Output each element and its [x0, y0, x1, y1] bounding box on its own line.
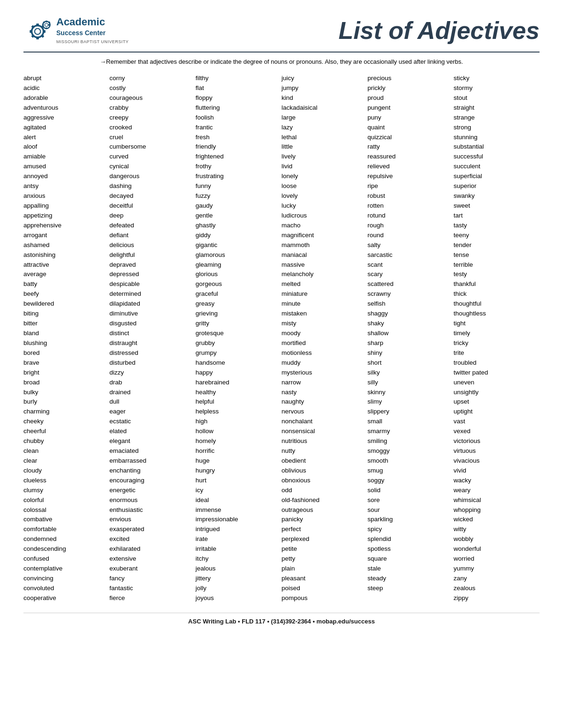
word-item: aloof: [23, 142, 106, 152]
word-item: arrogant: [23, 231, 106, 240]
word-item: depraved: [109, 260, 191, 270]
word-item: abrupt: [23, 74, 106, 83]
word-item: quaint: [367, 123, 449, 133]
word-item: astonishing: [23, 250, 106, 260]
svg-point-1: [35, 29, 41, 35]
word-item: alert: [23, 133, 106, 143]
word-item: high: [196, 417, 278, 427]
word-item: scary: [367, 270, 449, 279]
word-item: homely: [196, 436, 278, 446]
word-item: shaggy: [367, 309, 449, 319]
word-item: terrible: [454, 260, 536, 270]
word-item: lazy: [282, 123, 364, 133]
word-item: miniature: [282, 289, 364, 299]
word-item: perfect: [282, 525, 364, 534]
word-item: mistaken: [282, 309, 364, 319]
svg-point-11: [45, 23, 48, 27]
word-item: precious: [367, 74, 449, 83]
word-item: large: [282, 113, 364, 123]
word-item: deceitful: [109, 201, 191, 211]
word-item: dull: [109, 397, 191, 407]
header-divider: [23, 52, 540, 53]
word-item: macho: [282, 221, 364, 231]
word-item: clumsy: [23, 486, 106, 495]
word-item: flat: [196, 83, 278, 93]
word-item: courageous: [109, 93, 191, 103]
word-item: ashamed: [23, 240, 106, 250]
word-item: fantastic: [109, 584, 191, 593]
word-item: ideal: [196, 495, 278, 505]
word-item: robust: [367, 191, 449, 201]
word-item: silly: [367, 378, 449, 388]
word-item: fluttering: [196, 103, 278, 113]
word-item: superior: [454, 181, 536, 191]
word-item: clueless: [23, 476, 106, 486]
word-item: weary: [454, 486, 536, 495]
word-item: obnoxious: [282, 476, 364, 486]
word-item: minute: [282, 299, 364, 309]
logo-icon: [23, 14, 56, 47]
word-item: tense: [454, 250, 536, 260]
word-item: soggy: [367, 476, 449, 486]
word-item: lively: [282, 152, 364, 162]
word-item: lovely: [282, 191, 364, 201]
word-item: uneven: [454, 378, 536, 388]
word-item: livid: [282, 162, 364, 172]
word-item: corny: [109, 74, 191, 83]
word-item: worried: [454, 554, 536, 564]
word-item: encouraging: [109, 476, 191, 486]
word-item: sweet: [454, 201, 536, 211]
word-item: elated: [109, 427, 191, 436]
word-item: mortified: [282, 338, 364, 348]
logo-area: Academic Success Center MISSOURI BAPTIST…: [23, 14, 129, 47]
word-item: stunning: [454, 133, 536, 143]
word-item: floppy: [196, 93, 278, 103]
word-item: smoggy: [367, 446, 449, 456]
word-item: energetic: [109, 486, 191, 495]
word-item: magnificent: [282, 231, 364, 240]
word-item: melted: [282, 279, 364, 289]
reminder-text: →Remember that adjectives describe or in…: [23, 58, 540, 65]
word-item: gentle: [196, 211, 278, 221]
word-item: bland: [23, 329, 106, 338]
word-item: yummy: [454, 564, 536, 574]
word-columns: abruptacidicadorableadventurousaggressiv…: [23, 74, 540, 603]
word-item: hollow: [196, 427, 278, 436]
word-item: distraught: [109, 338, 191, 348]
word-item: bored: [23, 348, 106, 358]
word-item: juicy: [282, 74, 364, 83]
word-item: eager: [109, 407, 191, 417]
word-item: wobbly: [454, 534, 536, 544]
word-item: condescending: [23, 544, 106, 554]
word-item: massive: [282, 260, 364, 270]
word-item: excited: [109, 534, 191, 544]
word-item: old-fashioned: [282, 495, 364, 505]
word-item: disturbed: [109, 358, 191, 368]
word-item: tight: [454, 319, 536, 329]
word-item: obedient: [282, 456, 364, 466]
word-item: relieved: [367, 162, 449, 172]
word-item: smug: [367, 466, 449, 476]
word-item: pungent: [367, 103, 449, 113]
word-item: scant: [367, 260, 449, 270]
word-item: steady: [367, 574, 449, 584]
logo-university: MISSOURI BAPTIST UNIVERSITY: [56, 39, 129, 44]
word-item: exhilarated: [109, 544, 191, 554]
word-item: envious: [109, 515, 191, 525]
svg-rect-13: [46, 28, 47, 30]
word-item: misty: [282, 319, 364, 329]
word-item: small: [367, 417, 449, 427]
word-item: sharp: [367, 338, 449, 348]
word-item: comfortable: [23, 525, 106, 534]
word-item: fierce: [109, 593, 191, 603]
word-item: shallow: [367, 329, 449, 338]
svg-rect-14: [42, 24, 44, 26]
word-item: splendid: [367, 534, 449, 544]
column-4: juicyjumpykindlackadaisicallargelazyleth…: [282, 74, 367, 603]
word-item: mammoth: [282, 240, 364, 250]
word-item: sour: [367, 505, 449, 515]
word-item: outrageous: [282, 505, 364, 515]
word-item: confused: [23, 554, 106, 564]
word-item: cheeky: [23, 417, 106, 427]
word-item: glamorous: [196, 250, 278, 260]
